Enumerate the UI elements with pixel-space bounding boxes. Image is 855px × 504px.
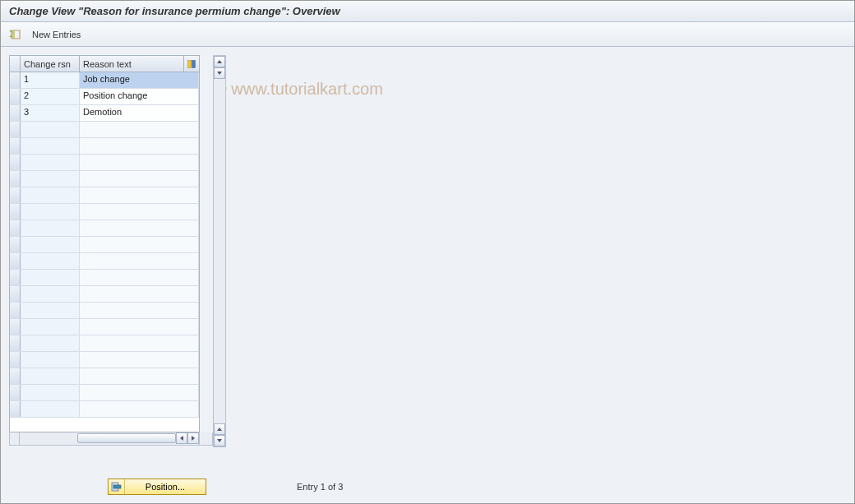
cell-change-rsn[interactable]: [21, 368, 80, 384]
row-handle[interactable]: [10, 237, 21, 252]
table-row[interactable]: [10, 204, 199, 220]
row-handle[interactable]: [10, 187, 21, 203]
column-header-reason-text[interactable]: Reason text: [80, 56, 184, 72]
cell-change-rsn[interactable]: [21, 335, 80, 351]
vertical-scroll-track[interactable]: [214, 79, 225, 423]
cell-change-rsn[interactable]: [21, 303, 80, 318]
scroll-down-arrow-icon[interactable]: [214, 435, 225, 446]
select-all-handle[interactable]: [10, 56, 21, 72]
table-row[interactable]: [10, 335, 199, 352]
new-entries-button[interactable]: New Entries: [27, 28, 86, 41]
scroll-left-arrow-icon[interactable]: [176, 432, 187, 444]
cell-reason-text[interactable]: [80, 220, 199, 236]
cell-change-rsn[interactable]: [21, 401, 80, 417]
cell-change-rsn[interactable]: [21, 187, 80, 203]
cell-reason-text[interactable]: [80, 270, 199, 285]
cell-reason-text[interactable]: [80, 385, 199, 400]
table-row[interactable]: [10, 270, 199, 286]
cell-reason-text[interactable]: [80, 204, 199, 220]
position-button[interactable]: Position...: [108, 479, 206, 495]
cell-reason-text[interactable]: Demotion: [80, 105, 199, 121]
scroll-step-down-icon[interactable]: [214, 67, 225, 79]
row-handle[interactable]: [10, 253, 21, 269]
row-handle[interactable]: [10, 155, 21, 170]
row-handle[interactable]: [10, 138, 21, 154]
row-handle[interactable]: [10, 220, 21, 236]
row-handle[interactable]: [10, 89, 21, 104]
table-row[interactable]: [10, 352, 199, 368]
row-handle[interactable]: [10, 171, 21, 187]
table-row[interactable]: [10, 171, 199, 187]
table-row[interactable]: [10, 253, 199, 270]
cell-reason-text[interactable]: [80, 286, 199, 302]
cell-change-rsn[interactable]: [21, 385, 80, 400]
cell-change-rsn[interactable]: [21, 286, 80, 302]
table-row[interactable]: [10, 286, 199, 303]
cell-change-rsn[interactable]: [21, 122, 80, 137]
row-handle[interactable]: [10, 72, 21, 88]
cell-change-rsn[interactable]: [21, 352, 80, 368]
row-handle[interactable]: [10, 270, 21, 285]
cell-change-rsn[interactable]: [21, 237, 80, 252]
row-handle[interactable]: [10, 122, 21, 137]
cell-change-rsn[interactable]: [21, 204, 80, 220]
cell-change-rsn[interactable]: [21, 138, 80, 154]
table-row[interactable]: [10, 220, 199, 237]
row-handle[interactable]: [10, 204, 21, 220]
scroll-right-arrow-icon[interactable]: [187, 432, 199, 444]
table-row[interactable]: [10, 155, 199, 171]
toggle-icon[interactable]: [7, 27, 22, 42]
table-row[interactable]: 3Demotion: [10, 105, 199, 122]
cell-reason-text[interactable]: [80, 368, 199, 384]
cell-change-rsn[interactable]: [21, 253, 80, 269]
cell-reason-text[interactable]: [80, 138, 199, 154]
cell-reason-text[interactable]: [80, 187, 199, 203]
row-handle[interactable]: [10, 368, 21, 384]
cell-reason-text[interactable]: [80, 401, 199, 417]
row-handle[interactable]: [10, 319, 21, 335]
table-row[interactable]: 2Position change: [10, 89, 199, 105]
scroll-step-up-icon[interactable]: [214, 423, 225, 435]
table-row[interactable]: [10, 237, 199, 253]
table-row[interactable]: [10, 401, 199, 418]
cell-reason-text[interactable]: Position change: [80, 89, 199, 104]
cell-change-rsn[interactable]: [21, 319, 80, 335]
table-row[interactable]: [10, 385, 199, 401]
cell-reason-text[interactable]: [80, 122, 199, 137]
cell-reason-text[interactable]: [80, 155, 199, 170]
row-handle[interactable]: [10, 385, 21, 400]
cell-change-rsn[interactable]: 2: [21, 89, 80, 104]
cell-change-rsn[interactable]: [21, 155, 80, 170]
horizontal-scroll-track[interactable]: [20, 432, 176, 445]
row-handle[interactable]: [10, 105, 21, 121]
column-header-change-rsn[interactable]: Change rsn: [21, 56, 80, 72]
table-row[interactable]: 1Job change: [10, 72, 199, 89]
table-row[interactable]: [10, 187, 199, 204]
cell-reason-text[interactable]: [80, 335, 199, 351]
row-handle[interactable]: [10, 352, 21, 368]
cell-reason-text[interactable]: [80, 253, 199, 269]
cell-reason-text[interactable]: [80, 237, 199, 252]
table-row[interactable]: [10, 122, 199, 138]
cell-reason-text[interactable]: [80, 319, 199, 335]
horizontal-scroll-thumb[interactable]: [77, 433, 176, 443]
horizontal-scrollbar[interactable]: [9, 432, 213, 446]
vertical-scrollbar[interactable]: [213, 55, 226, 447]
scroll-up-arrow-icon[interactable]: [214, 56, 225, 67]
cell-change-rsn[interactable]: 3: [21, 105, 80, 121]
cell-change-rsn[interactable]: [21, 270, 80, 285]
row-handle[interactable]: [10, 286, 21, 302]
cell-change-rsn[interactable]: [21, 220, 80, 236]
cell-reason-text[interactable]: [80, 352, 199, 368]
cell-change-rsn[interactable]: [21, 171, 80, 187]
table-row[interactable]: [10, 368, 199, 385]
table-row[interactable]: [10, 319, 199, 335]
row-handle[interactable]: [10, 401, 21, 417]
row-handle[interactable]: [10, 335, 21, 351]
cell-reason-text[interactable]: [80, 171, 199, 187]
table-settings-icon[interactable]: [184, 56, 199, 72]
table-row[interactable]: [10, 138, 199, 155]
cell-change-rsn[interactable]: 1: [21, 72, 80, 88]
cell-reason-text[interactable]: Job change: [80, 72, 199, 88]
table-row[interactable]: [10, 303, 199, 319]
